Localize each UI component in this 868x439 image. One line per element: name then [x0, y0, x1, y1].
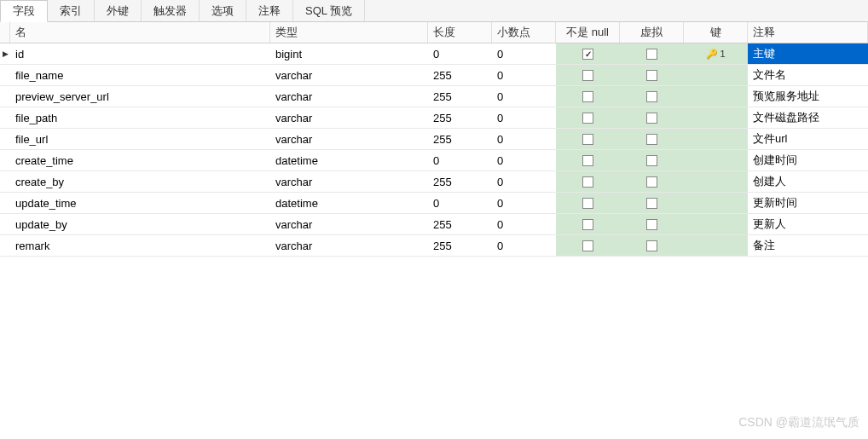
- table-row[interactable]: file_urlvarchar2550文件url: [0, 129, 868, 150]
- field-name[interactable]: remark: [10, 235, 270, 256]
- virtual-checkbox[interactable]: [646, 240, 657, 251]
- field-length[interactable]: 0: [428, 150, 492, 170]
- field-comment[interactable]: 创建人: [748, 171, 868, 192]
- field-decimal[interactable]: 0: [492, 235, 556, 256]
- field-type[interactable]: datetime: [270, 193, 428, 213]
- field-comment[interactable]: 文件名: [748, 65, 868, 85]
- field-key-cell[interactable]: [684, 150, 748, 170]
- col-name[interactable]: 名: [10, 22, 270, 43]
- field-name[interactable]: update_time: [10, 193, 270, 213]
- field-decimal[interactable]: 0: [492, 65, 556, 85]
- tab-3[interactable]: 触发器: [142, 0, 200, 21]
- virtual-checkbox[interactable]: [646, 49, 657, 60]
- field-type[interactable]: varchar: [270, 107, 428, 128]
- field-length[interactable]: 255: [428, 129, 492, 149]
- col-notnull[interactable]: 不是 null: [556, 22, 620, 43]
- field-type[interactable]: varchar: [270, 235, 428, 256]
- field-name[interactable]: preview_server_url: [10, 86, 270, 107]
- field-comment[interactable]: 文件url: [748, 129, 868, 149]
- field-name[interactable]: file_name: [10, 65, 270, 85]
- field-length[interactable]: 0: [428, 43, 492, 64]
- field-decimal[interactable]: 0: [492, 150, 556, 170]
- tab-0[interactable]: 字段: [0, 0, 48, 22]
- field-decimal[interactable]: 0: [492, 171, 556, 192]
- virtual-checkbox[interactable]: [646, 176, 657, 188]
- field-key-cell[interactable]: [684, 129, 748, 149]
- field-decimal[interactable]: 0: [492, 193, 556, 213]
- field-comment[interactable]: 更新时间: [748, 193, 868, 213]
- table-row[interactable]: file_namevarchar2550文件名: [0, 65, 868, 86]
- field-length[interactable]: 255: [428, 107, 492, 128]
- notnull-checkbox[interactable]: [582, 134, 593, 145]
- field-key-cell[interactable]: [684, 214, 748, 234]
- col-type[interactable]: 类型: [270, 22, 428, 43]
- field-decimal[interactable]: 0: [492, 107, 556, 128]
- tab-2[interactable]: 外键: [95, 0, 142, 21]
- table-row[interactable]: idbigint00🔑1主键: [0, 43, 868, 65]
- field-length[interactable]: 255: [428, 65, 492, 85]
- field-comment[interactable]: 更新人: [748, 214, 868, 234]
- virtual-checkbox[interactable]: [646, 198, 657, 209]
- col-decimal[interactable]: 小数点: [492, 22, 556, 43]
- table-row[interactable]: preview_server_urlvarchar2550预览服务地址: [0, 86, 868, 107]
- virtual-checkbox[interactable]: [646, 134, 657, 145]
- tab-5[interactable]: 注释: [246, 0, 293, 21]
- virtual-checkbox[interactable]: [646, 70, 657, 81]
- field-key-cell[interactable]: [684, 65, 748, 85]
- field-key-cell[interactable]: [684, 171, 748, 192]
- notnull-checkbox[interactable]: [582, 176, 593, 188]
- field-comment[interactable]: 主键: [748, 43, 868, 64]
- field-type[interactable]: varchar: [270, 86, 428, 107]
- notnull-checkbox[interactable]: [582, 240, 593, 251]
- table-row[interactable]: file_pathvarchar2550文件磁盘路径: [0, 107, 868, 129]
- field-name[interactable]: update_by: [10, 214, 270, 234]
- table-row[interactable]: update_timedatetime00更新时间: [0, 193, 868, 214]
- virtual-checkbox[interactable]: [646, 155, 657, 166]
- field-type[interactable]: varchar: [270, 129, 428, 149]
- table-row[interactable]: create_timedatetime00创建时间: [0, 150, 868, 171]
- field-decimal[interactable]: 0: [492, 214, 556, 234]
- field-comment[interactable]: 文件磁盘路径: [748, 107, 868, 128]
- notnull-checkbox[interactable]: [582, 198, 593, 209]
- tab-4[interactable]: 选项: [200, 0, 246, 21]
- field-decimal[interactable]: 0: [492, 43, 556, 64]
- field-name[interactable]: file_url: [10, 129, 270, 149]
- field-length[interactable]: 0: [428, 193, 492, 213]
- field-type[interactable]: varchar: [270, 214, 428, 234]
- notnull-checkbox[interactable]: [582, 49, 593, 60]
- field-type[interactable]: varchar: [270, 171, 428, 192]
- col-length[interactable]: 长度: [428, 22, 492, 43]
- field-decimal[interactable]: 0: [492, 129, 556, 149]
- field-key-cell[interactable]: [684, 107, 748, 128]
- table-row[interactable]: update_byvarchar2550更新人: [0, 214, 868, 235]
- field-length[interactable]: 255: [428, 86, 492, 107]
- notnull-checkbox[interactable]: [582, 219, 593, 230]
- field-length[interactable]: 255: [428, 214, 492, 234]
- field-decimal[interactable]: 0: [492, 86, 556, 107]
- field-key-cell[interactable]: 🔑1: [684, 43, 748, 64]
- field-type[interactable]: datetime: [270, 150, 428, 170]
- field-comment[interactable]: 创建时间: [748, 150, 868, 170]
- notnull-checkbox[interactable]: [582, 70, 593, 81]
- field-key-cell[interactable]: [684, 235, 748, 256]
- col-key[interactable]: 键: [684, 22, 748, 43]
- field-length[interactable]: 255: [428, 171, 492, 192]
- field-comment[interactable]: 备注: [748, 235, 868, 256]
- field-key-cell[interactable]: [684, 193, 748, 213]
- virtual-checkbox[interactable]: [646, 91, 657, 102]
- field-type[interactable]: varchar: [270, 65, 428, 85]
- field-name[interactable]: create_by: [10, 171, 270, 192]
- tab-1[interactable]: 索引: [48, 0, 95, 21]
- field-name[interactable]: create_time: [10, 150, 270, 170]
- field-type[interactable]: bigint: [270, 43, 428, 64]
- col-virtual[interactable]: 虚拟: [620, 22, 684, 43]
- virtual-checkbox[interactable]: [646, 113, 657, 124]
- notnull-checkbox[interactable]: [582, 113, 593, 124]
- col-comment[interactable]: 注释: [748, 22, 868, 43]
- tab-6[interactable]: SQL 预览: [293, 0, 365, 21]
- field-comment[interactable]: 预览服务地址: [748, 86, 868, 107]
- table-row[interactable]: remarkvarchar2550备注: [0, 235, 868, 257]
- table-row[interactable]: create_byvarchar2550创建人: [0, 171, 868, 193]
- field-length[interactable]: 255: [428, 235, 492, 256]
- notnull-checkbox[interactable]: [582, 91, 593, 102]
